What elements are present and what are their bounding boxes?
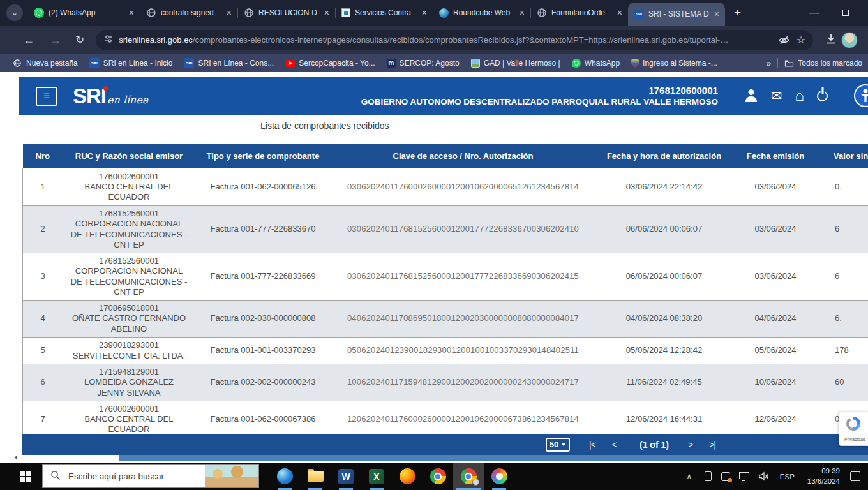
taskbar-edge[interactable]: [269, 463, 300, 490]
bookmarks-overflow-icon[interactable]: »: [760, 58, 777, 68]
tab-sri-active[interactable]: SRI SRI - SISTEMA D ×: [628, 3, 725, 26]
whatsapp-icon: [34, 8, 44, 18]
hidden-icons-chevron[interactable]: ∧: [687, 472, 692, 480]
close-icon[interactable]: ×: [227, 8, 232, 17]
header-right: 1768120600001 GOBIERNO AUTONOMO DESCENTR…: [361, 84, 868, 108]
cell-emisor: 1708695018001OÑATE CASTRO FERNANDO ABELI…: [63, 301, 195, 338]
tab-search-button[interactable]: ⌄: [6, 4, 23, 21]
back-button[interactable]: ←: [23, 34, 34, 46]
bookmark-whatsapp[interactable]: WhatsApp: [566, 59, 625, 68]
action-center-icon[interactable]: [850, 471, 860, 481]
close-icon[interactable]: ×: [520, 8, 525, 17]
cell-fecha-autorizacion: 04/06/2024 08:38:20: [595, 301, 733, 338]
address-bar[interactable]: srienlinea.sri.gob.ec/comprobantes-elect…: [96, 30, 813, 50]
bookmark-star-icon[interactable]: ☆: [797, 34, 805, 46]
cell-emisor: 1768152560001CORPORACION NACIONAL DE TEL…: [63, 206, 195, 253]
close-icon[interactable]: ×: [324, 8, 329, 17]
url-domain: srienlinea.sri.gob.ec: [119, 35, 193, 45]
taskbar-word[interactable]: W: [331, 463, 361, 490]
last-page-button[interactable]: >|: [709, 440, 715, 450]
taskbar-excel[interactable]: X: [361, 463, 392, 490]
table-row[interactable]: 5 2390018293001SERVITELCONET CIA. LTDA. …: [23, 338, 868, 364]
tab-servicios[interactable]: Servicios Contra ×: [336, 0, 433, 26]
image-icon: [471, 59, 480, 68]
tab-formulario[interactable]: FormularioOrde ×: [531, 0, 628, 26]
taskbar-file-explorer[interactable]: [300, 463, 331, 490]
language-indicator[interactable]: ESP: [780, 473, 795, 480]
bookmark-gad-valle-hermoso[interactable]: GAD | Valle Hermoso |: [465, 59, 566, 68]
bookmark-ingreso-sistema[interactable]: Ingreso al Sistema -...: [625, 59, 723, 68]
download-icon[interactable]: [825, 33, 837, 48]
user-icon[interactable]: [744, 89, 758, 102]
horizontal-scrollbar[interactable]: [0, 455, 868, 461]
update-notification-icon[interactable]: [721, 472, 730, 481]
forward-button[interactable]: →: [50, 34, 61, 46]
table-row[interactable]: 1 1760002600001BANCO CENTRAL DEL ECUADOR…: [23, 168, 868, 206]
menu-button[interactable]: ≡: [36, 87, 57, 106]
cell-emisor: 2390018293001SERVITELCONET CIA. LTDA.: [63, 338, 195, 364]
bookmark-sercopcapacita[interactable]: SercopCapacita - Yo...: [280, 59, 380, 68]
paginator-bar: 50 |< < (1 of 1) > >|: [22, 434, 868, 455]
tab-roundcube[interactable]: Roundcube Web ×: [433, 0, 530, 26]
cell-clave: 0306202401176815256000120017772268336700…: [331, 206, 595, 253]
reload-button[interactable]: ↻: [75, 34, 84, 45]
close-icon[interactable]: ×: [714, 10, 719, 19]
sri-favicon: SRI: [634, 9, 644, 19]
bookmark-sri-cons[interactable]: SRI SRI en Línea - Cons...: [178, 58, 280, 68]
bookmark-sercop-agosto[interactable]: m SERCOP: Agosto: [381, 59, 465, 68]
profile-avatar[interactable]: [841, 32, 858, 48]
bookmark-nueva-pestana[interactable]: Nueva pestaña: [6, 58, 84, 68]
taskbar-clock[interactable]: 09:39 13/6/2024: [807, 466, 840, 486]
table-row[interactable]: 3 1768152560001CORPORACION NACIONAL DE T…: [23, 253, 868, 301]
start-button[interactable]: [9, 463, 42, 490]
bookmark-label: GAD | Valle Hermoso |: [484, 59, 560, 68]
logout-icon[interactable]: [817, 91, 828, 101]
eye-off-icon[interactable]: [778, 35, 790, 45]
table-row[interactable]: 7 1760002600001BANCO CENTRAL DEL ECUADOR…: [23, 401, 868, 438]
scrollbar-thumb[interactable]: [119, 455, 868, 461]
bookmark-sri-inicio[interactable]: SRI SRI en Línea - Inicio: [84, 58, 179, 68]
close-icon[interactable]: ×: [617, 8, 622, 17]
table-row[interactable]: 6 1715948129001LOMBEIDA GONZALEZ JENNY S…: [23, 364, 868, 401]
prev-page-button[interactable]: <: [612, 440, 617, 450]
globe-icon: [12, 58, 22, 68]
window-controls: —: [809, 7, 868, 19]
scroll-left-icon[interactable]: [14, 456, 17, 459]
close-icon[interactable]: ×: [129, 8, 134, 17]
new-tab-button[interactable]: +: [734, 6, 741, 20]
cell-fecha-autorizacion: 06/06/2024 00:06:07: [595, 253, 733, 301]
recaptcha-badge[interactable]: Privacidad - Térmi: [839, 412, 868, 446]
table-row[interactable]: 2 1768152560001CORPORACION NACIONAL DE T…: [23, 206, 868, 253]
cell-tipo: Factura 001-777-226833669: [195, 253, 331, 301]
table-row[interactable]: 4 1708695018001OÑATE CASTRO FERNANDO ABE…: [23, 301, 868, 338]
all-bookmarks-button[interactable]: Todos los marcado: [778, 58, 868, 68]
cell-nro: 4: [23, 301, 63, 338]
tab-whatsapp[interactable]: (2) WhatsApp ×: [28, 0, 140, 26]
taskbar-firefox[interactable]: [392, 463, 423, 490]
close-icon[interactable]: ×: [422, 8, 427, 17]
restore-button[interactable]: [842, 10, 849, 16]
taskbar-chrome[interactable]: [423, 463, 453, 490]
sri-logo[interactable]: SRI en línea: [73, 85, 148, 107]
first-page-button[interactable]: |<: [589, 440, 595, 450]
minimize-button[interactable]: —: [809, 7, 819, 19]
tab-resolucion[interactable]: RESOLUCION-D ×: [238, 0, 335, 26]
network-display-icon[interactable]: [739, 472, 749, 479]
home-icon[interactable]: ⌂: [795, 87, 805, 105]
volume-icon[interactable]: [758, 471, 769, 481]
search-input[interactable]: [67, 471, 188, 482]
taskbar-paint[interactable]: [484, 463, 514, 490]
chrome-icon: [430, 468, 446, 484]
cell-tipo: Factura 001-062-000065126: [195, 168, 331, 206]
taskbar-search[interactable]: [42, 464, 259, 488]
next-page-button[interactable]: >: [688, 440, 692, 450]
tab-label: (2) WhatsApp: [49, 8, 124, 17]
tab-contrato[interactable]: contrato-signed ×: [140, 0, 237, 26]
taskbar-chrome-active[interactable]: [453, 463, 484, 490]
cell-valor: 60: [818, 364, 868, 401]
search-highlight-image[interactable]: [205, 465, 258, 487]
page-size-select[interactable]: 50: [546, 438, 570, 452]
accessibility-icon[interactable]: [854, 84, 868, 107]
mail-icon[interactable]: ✉: [771, 88, 782, 103]
phone-link-icon[interactable]: [705, 471, 712, 481]
